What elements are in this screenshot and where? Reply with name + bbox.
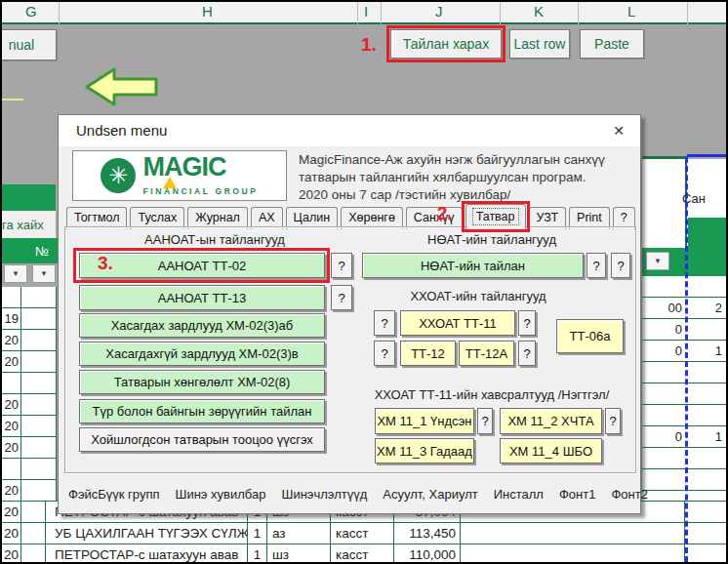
sheet-row[interactable]: 0 [642,319,726,341]
hhoat-tt11-button[interactable]: ХХОАТ ТТ-11 [400,310,515,336]
help-button[interactable]: ? [518,341,536,366]
dialog-title: Undsen menu [76,115,167,146]
temporary-permanent-diff-button[interactable]: Түр болон байнгын зөрүүгийн тайлан [79,399,325,423]
sheet-row[interactable] [642,448,726,469]
sheet-row[interactable]: 20 [2,351,56,373]
left-rows: 19 20 20 20 20 20 20 [2,287,57,502]
column-header[interactable]: G [25,3,37,20]
sheet-row[interactable] [642,362,726,383]
annotation-step-1: 1. [361,34,377,56]
logo-triangle [163,177,177,188]
paste-button[interactable]: Paste [580,29,644,59]
arrow-left-icon[interactable] [84,66,160,107]
sheet-row[interactable] [2,459,56,480]
sheet-row[interactable] [642,276,726,298]
logo-subtitle: FINANCIAL GROUP [142,186,258,196]
tab-tatvar[interactable]: 2. Татвар [465,204,526,230]
dialog-footer-links: ФэйсБүүк групп Шинэ хувилбар Шинэчлэлтүү… [68,487,648,502]
tax-relief-button[interactable]: Татварын хөнгөлөлт ХМ-02(8) [79,370,325,394]
sheet-row[interactable] [2,373,56,394]
dialog-tabs: Тогтмол Туслах Журнал АХ Цалин Хөрөнгө С… [66,203,635,229]
aanoat-section-header: ААНОАТ-ын тайлангууд [78,232,351,247]
pagebreak-dashed-line [685,157,688,562]
column-header[interactable]: I [364,3,368,20]
tt12a-button[interactable]: ТТ-12А [459,341,514,366]
column-header[interactable]: H [202,3,213,20]
help-button[interactable]: ? [374,310,395,336]
help-button[interactable]: ? [605,408,621,434]
column-header[interactable]: L [627,3,635,20]
sheet-row[interactable]: 20 [2,394,56,416]
facebook-group-link[interactable]: ФэйсБүүк групп [68,487,160,502]
install-link[interactable]: Инсталл [494,487,544,502]
right-rows: 002 0 01 01 [642,276,726,501]
font2-link[interactable]: Фонт2 [611,487,647,502]
sheet-row[interactable]: 20 [2,437,56,459]
annotation-box-2 [462,201,530,232]
annotation-step-3: 3. [98,253,113,274]
logo-star-icon: ✳ [101,158,136,193]
filter-dropdown-icon[interactable]: ▼ [646,252,669,270]
logo-brand: MAGIC [142,152,225,181]
nondeductible-expenses-button[interactable]: Хасагдахгүй зардлууд ХМ-02(3)в [79,342,325,366]
filter-dropdown-icon[interactable]: ▼ [4,264,27,283]
help-button[interactable]: ? [586,253,606,278]
sheet-row[interactable]: 01 [642,426,726,448]
help-button[interactable]: ? [518,310,536,336]
font1-link[interactable]: Фонт1 [559,487,595,502]
last-row-button[interactable]: Last row [509,29,570,59]
report-view-button[interactable]: Тайлан харах [390,29,502,59]
sheet-row[interactable] [2,287,56,308]
help-button[interactable]: ? [331,253,352,278]
noat-report-button[interactable]: НӨАТ-ийн тайлан [362,253,584,278]
new-version-link[interactable]: Шинэ хувилбар [176,487,266,502]
right-header-cell [688,218,726,248]
xm11-3-button[interactable]: ХМ 11_3 Гадаад [375,438,474,463]
sheet-row[interactable] [642,405,726,426]
undsen-menu-dialog: Undsen menu ✕ ✳ MAGIC FINANCIAL GROUP Ma… [58,114,641,514]
xm11-1-button[interactable]: ХМ 11_1 Үндсэн [375,408,474,434]
selection-dash [2,99,23,101]
noat-section-header: НӨАТ-ийн тайлангууд [356,232,627,247]
magic-logo: ✳ MAGIC FINANCIAL GROUP [72,150,287,201]
help-button[interactable]: ? [611,253,630,278]
pagebreak-line [687,154,726,157]
attachments-section-header: ХХОАТ ТТ-11-ийн хавсралтууд /Нэгтгэл/ [361,387,623,402]
sheet-row[interactable]: 20 [2,330,56,351]
search-cell-label: га хайх [2,211,56,238]
deductible-expenses-button[interactable]: Хасагдах зардлууд ХМ-02(3)аб [79,313,325,338]
column-header[interactable]: K [534,3,544,20]
sheet-row[interactable]: 19 [2,308,56,330]
program-description: MagicFinance-Аж ахуйн нэгж байгууллагын … [299,151,638,204]
sheet-row[interactable]: 20 ПЕТРОСТАР-с шатахуун авав 1 шз касст … [2,544,726,564]
sheet-row[interactable] [642,469,726,491]
number-column-header: № [2,238,58,263]
sheet-row[interactable]: 002 [642,298,726,319]
column-header[interactable]: J [435,3,443,20]
sheet-row[interactable] [642,383,726,405]
close-icon[interactable]: ✕ [611,123,627,139]
manual-button[interactable]: nual [0,29,57,60]
tt12-button[interactable]: ТТ-12 [400,341,456,366]
grid-border [642,156,687,159]
help-button[interactable]: ? [477,408,493,434]
faq-link[interactable]: Асуулт, Хариулт [383,487,477,502]
left-header-cell [2,184,56,211]
column-header-band: G H I J K L [2,2,726,24]
excel-window: G H I J K L nual 1. Тайлан харах Last ro… [0,0,728,564]
sheet-row[interactable]: 20 УБ ЦАХИЛГААН ТҮГЭЭХ СҮЛЖЭЭ 1 аз касст… [2,523,726,544]
aanoat-tt13-button[interactable]: ААНОАТ ТТ-13 [79,285,325,310]
deferred-tax-button[interactable]: Хойшлогдсон татварын тооцоо үүсгэх [79,427,325,452]
tt06a-button[interactable]: ТТ-06а [556,319,624,353]
xm11-2-button[interactable]: ХМ 11_2 ХЧТА [500,408,602,434]
help-button[interactable]: ? [374,341,395,366]
hhoat-section-header: ХХОАТ-ийн тайлангууд [356,289,600,303]
sheet-row[interactable]: 20 [2,416,56,437]
help-button[interactable]: ? [331,285,352,310]
sheet-row[interactable]: 20 [2,480,56,502]
sheet-row[interactable]: 01 [642,341,726,362]
updates-link[interactable]: Шинэчлэлтүүд [281,487,367,502]
xm11-4-button[interactable]: ХМ 11_4 ШБО [500,438,602,463]
aanoat-tt02-button[interactable]: ААНОАТ ТТ-02 [79,253,325,278]
filter-dropdown-icon[interactable]: ▼ [32,264,56,283]
